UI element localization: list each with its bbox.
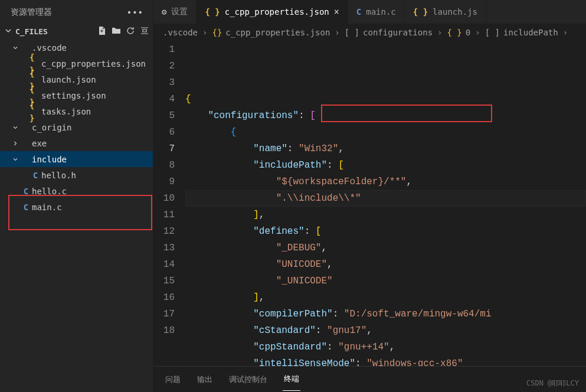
code-line[interactable]: "${workspaceFolder}/**",: [185, 174, 586, 190]
new-folder-icon[interactable]: [112, 26, 121, 37]
chevron-icon: [11, 124, 20, 131]
refresh-icon[interactable]: [126, 26, 135, 37]
code-line[interactable]: "defines": [: [185, 223, 586, 240]
line-number: 18: [153, 322, 175, 339]
line-number: 10: [153, 190, 175, 207]
tab-launch-js[interactable]: { }launch.js: [405, 0, 486, 24]
breadcrumb-item[interactable]: c_cpp_properties.json: [225, 28, 330, 37]
folder-exe[interactable]: exe: [0, 135, 153, 151]
collapse-icon[interactable]: [140, 26, 149, 37]
line-number: 14: [153, 256, 175, 273]
tab-label: c_cpp_properties.json: [225, 7, 329, 17]
tree-item-label: hello.c: [32, 185, 67, 198]
breadcrumb-icon: [ ]: [485, 28, 500, 37]
tab-main-c[interactable]: Cmain.c: [348, 0, 405, 24]
tree-item-label: tasks.json: [41, 105, 91, 118]
code-line[interactable]: {: [185, 91, 586, 107]
panel-tab-输出[interactable]: 输出: [196, 368, 214, 391]
tree-item-label: launch.json: [41, 73, 96, 86]
breadcrumb-separator: ›: [475, 28, 480, 37]
code-line[interactable]: "intelliSenseMode": "windows-gcc-x86": [185, 355, 586, 366]
line-number: 12: [153, 223, 175, 240]
breadcrumb-icon: [ ]: [345, 28, 359, 37]
folder-c_origin[interactable]: c_origin: [0, 119, 153, 135]
line-number: 8: [153, 157, 175, 174]
new-file-icon[interactable]: [97, 26, 107, 37]
line-number: 11: [153, 207, 175, 223]
line-number: 2: [153, 58, 175, 74]
breadcrumb-item[interactable]: .vscode: [163, 28, 198, 37]
json-icon: { }: [413, 7, 428, 17]
tab-label: launch.js: [433, 7, 477, 17]
chevron-icon: [11, 44, 20, 51]
line-number: 4: [153, 91, 175, 107]
tab-label: 设置: [171, 6, 188, 17]
folder-include[interactable]: include: [0, 151, 153, 167]
project-name: C_FILES: [15, 27, 48, 36]
chevron-icon: [11, 140, 20, 147]
code-line[interactable]: "name": "Win32",: [185, 141, 586, 157]
file-launch-json[interactable]: { }launch.json: [0, 71, 153, 87]
code-line[interactable]: "compilerPath": "D:/soft_ware/mingw-w64/…: [185, 306, 586, 322]
panel-tab-问题[interactable]: 问题: [164, 368, 182, 391]
code-line[interactable]: ],: [185, 207, 586, 223]
code-line[interactable]: "_DEBUG",: [185, 240, 586, 256]
line-number: 6: [153, 124, 175, 141]
file-tree: .vscode{ }c_cpp_properties.json{ }launch…: [0, 40, 153, 392]
file-hello-c[interactable]: Chello.c: [0, 183, 153, 199]
line-number: 9: [153, 174, 175, 190]
code-line[interactable]: "_UNICODE": [185, 273, 586, 289]
tree-item-label: include: [32, 153, 67, 166]
code-line[interactable]: "cStandard": "gnu17",: [185, 322, 586, 339]
breadcrumb-item[interactable]: configurations: [363, 28, 433, 37]
file-hello-h[interactable]: Chello.h: [0, 167, 153, 183]
explorer-sidebar: 资源管理器 ••• C_FILES .vscode{ }c_cpp_proper…: [0, 0, 153, 392]
breadcrumb-icon: { }: [447, 28, 462, 37]
code-line[interactable]: {: [185, 124, 586, 141]
code-line[interactable]: "cppStandard": "gnu++14",: [185, 339, 586, 355]
code-line[interactable]: ".\\include\\*": [185, 190, 586, 207]
tree-item-label: main.c: [32, 201, 62, 214]
tree-item-label: c_cpp_properties.json: [41, 57, 146, 70]
panel-tab-调试控制台[interactable]: 调试控制台: [228, 368, 269, 391]
chevron-down-icon: [4, 26, 13, 37]
line-number: 3: [153, 74, 175, 91]
c-file-icon: C: [20, 185, 32, 198]
gear-icon: ⚙: [162, 7, 166, 17]
tree-item-label: c_origin: [32, 121, 71, 134]
file-tasks-json[interactable]: { }tasks.json: [0, 103, 153, 119]
c-file-icon: C: [20, 201, 32, 214]
c-file-icon: C: [30, 169, 41, 182]
file-c_cpp_properties-json[interactable]: { }c_cpp_properties.json: [0, 55, 153, 71]
line-number: 16: [153, 289, 175, 306]
breadcrumb-separator: ›: [335, 28, 339, 37]
tab-设置[interactable]: ⚙设置: [153, 0, 197, 24]
file-settings-json[interactable]: { }settings.json: [0, 87, 153, 103]
tree-item-label: exe: [32, 137, 47, 150]
file-main-c[interactable]: Cmain.c: [0, 199, 153, 215]
code-line[interactable]: "UNICODE",: [185, 256, 586, 273]
folder--vscode[interactable]: .vscode: [0, 40, 153, 55]
editor-tabs: ⚙设置{ }c_cpp_properties.json×Cmain.c{ }la…: [153, 0, 586, 24]
line-gutter: 123456789101112131415161718: [153, 41, 185, 366]
breadcrumb-item[interactable]: includePath: [503, 28, 558, 37]
explorer-header: 资源管理器 •••: [0, 0, 153, 24]
breadcrumb-item[interactable]: 0: [466, 28, 470, 37]
breadcrumb[interactable]: .vscode›{}c_cpp_properties.json›[ ]confi…: [153, 24, 586, 41]
explorer-more-icon[interactable]: •••: [127, 8, 143, 17]
line-number: 15: [153, 273, 175, 289]
watermark: CSDN @耶耶LCY: [526, 378, 579, 388]
code-line[interactable]: ],: [185, 289, 586, 306]
tree-item-label: hello.h: [41, 169, 76, 182]
code-line[interactable]: "configurations": [: [185, 107, 586, 124]
tab-c_cpp_properties-json[interactable]: { }c_cpp_properties.json×: [197, 0, 348, 24]
bottom-panel-tabs: 问题输出调试控制台终端: [153, 366, 586, 392]
code-editor[interactable]: 123456789101112131415161718 { "configura…: [153, 41, 586, 366]
close-icon[interactable]: ×: [334, 6, 339, 17]
json-icon: { }: [205, 7, 220, 17]
code-line[interactable]: "includePath": [: [185, 157, 586, 174]
project-header[interactable]: C_FILES: [0, 24, 153, 40]
code-content[interactable]: { "configurations": [ { "name": "Win32",…: [185, 41, 586, 366]
panel-tab-终端[interactable]: 终端: [283, 368, 300, 391]
c-file-icon: C: [356, 7, 361, 17]
